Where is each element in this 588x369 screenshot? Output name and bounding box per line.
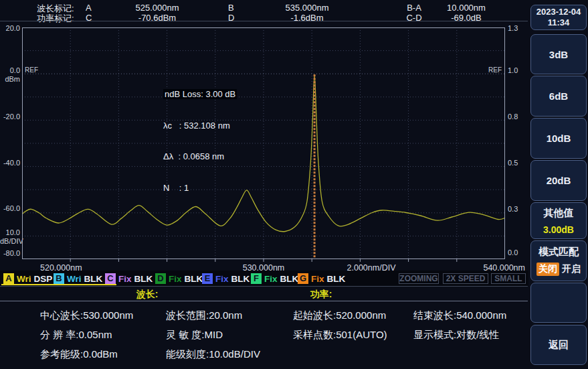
trace-button-G[interactable]: GFixBLK xyxy=(298,273,345,285)
trace-button-F[interactable]: FFixBLK xyxy=(251,273,298,285)
datetime-button[interactable]: 2023-12-04 11:34 xyxy=(530,5,587,30)
parameter-value: 中心波长:530.000nm xyxy=(40,309,133,329)
yaxis2-tick-4: 0.5 xyxy=(508,159,518,167)
footer-column-3: 起始波长:520.000nm采样点数:501(AUTO) xyxy=(293,309,387,348)
osa-screen: 波长标记: A 525.000nm B 535.000nm B-A 10.000… xyxy=(0,0,588,369)
yaxis-tick-m40: -40.0 xyxy=(0,159,20,167)
20db-button[interactable]: 20dB xyxy=(530,160,587,201)
mode-match-button[interactable]: 模式匹配 关闭 开启 xyxy=(530,240,587,281)
footer-column-2: 波长范围:20.0nm灵 敏 度:MID能级刻度:10.0dB/DIV xyxy=(166,309,260,368)
yaxis-tick-m80: -80.0 xyxy=(0,249,20,257)
parameter-value: 分 辨 率:0.05nm xyxy=(40,329,133,348)
yaxis-tick-m20: -20.0 xyxy=(0,113,20,121)
power-section-title: 功率: xyxy=(294,289,348,301)
trace-button-D[interactable]: DFixBLK xyxy=(155,273,203,285)
footer-column-4: 结束波长:540.000nm显示模式:对数/线性 xyxy=(413,309,506,348)
status-zooming: ZOOMING xyxy=(399,273,439,284)
trace-mode-label: Fix xyxy=(118,274,132,284)
peak-annotation: ndB Loss: 3.00 dB λc : 532.108 nm Δλ : 0… xyxy=(163,68,237,214)
trace-letter-badge: D xyxy=(155,273,166,284)
topbar-divider xyxy=(0,21,528,21)
trace-row-divider xyxy=(0,286,528,287)
status-2x-speed: 2X SPEED xyxy=(443,273,488,284)
trace-target-label: BLK xyxy=(185,274,203,284)
active-trace-underline xyxy=(1,284,116,285)
trace-button-B[interactable]: BWriBLK xyxy=(54,273,102,285)
spectrum-plot-area: REF REF ndB Loss: 3.00 dB λc : 532.108 n… xyxy=(22,27,505,263)
mode-match-on-option[interactable]: 开启 xyxy=(562,263,581,275)
mode-match-label: 模式匹配 xyxy=(538,246,579,259)
trace-letter-badge: B xyxy=(54,273,64,284)
trace-mode-label: Wri xyxy=(17,274,31,284)
parameter-value: 波长范围:20.0nm xyxy=(166,309,260,329)
marker-a-value: 525.000nm xyxy=(124,3,191,13)
trace-letter-badge: E xyxy=(202,273,213,284)
ref-label-left: REF xyxy=(25,66,38,74)
trace-target-label: BLK xyxy=(231,274,250,284)
spectrum-plot xyxy=(22,27,505,266)
parameter-value: 灵 敏 度:MID xyxy=(166,329,260,348)
yaxis2-tick-3: 0.8 xyxy=(508,113,518,121)
10db-button[interactable]: 10dB xyxy=(530,118,587,159)
spectrum-svg xyxy=(22,27,505,263)
trace-mode-label: Fix xyxy=(264,274,278,284)
marker-a-label: A xyxy=(86,3,92,13)
parameter-value: 显示模式:对数/线性 xyxy=(413,329,506,348)
marker-b-value: 535.000nm xyxy=(274,3,340,13)
yaxis-tick-20: 20.0 xyxy=(0,24,20,32)
trace-button-C[interactable]: CFixBLK xyxy=(105,273,153,285)
parameter-value: 能级刻度:10.0dB/DIV xyxy=(166,348,260,368)
footer-divider xyxy=(0,301,528,301)
trace-button-A[interactable]: AWriDSP xyxy=(3,273,52,285)
n-value: N : 1 xyxy=(163,183,237,194)
parameter-value: 结束波长:540.000nm xyxy=(413,309,506,329)
marker-ba-value: 10.000nm xyxy=(433,3,500,13)
yaxis-tick-0: 0.0 xyxy=(0,66,20,74)
marker-ba-label: B-A xyxy=(394,3,434,13)
power-marker-label: 功率标记: xyxy=(37,13,74,25)
trace-letter-badge: A xyxy=(3,273,14,284)
6db-button[interactable]: 6dB xyxy=(530,76,587,117)
yaxis2-tick-6: 0.0 xyxy=(508,248,518,256)
trace-mode-label: Fix xyxy=(215,274,229,284)
yaxis-scale-unit: dB/DIV xyxy=(0,237,20,245)
date-text: 2023-12-04 xyxy=(536,7,581,17)
ndb-loss-value: ndB Loss: 3.00 dB xyxy=(163,89,237,99)
trace-letter-badge: G xyxy=(298,273,308,284)
yaxis-unit: dBm xyxy=(0,75,20,83)
other-value-label: 其他值 xyxy=(544,207,574,220)
trace-mode-label: Fix xyxy=(169,274,182,284)
trace-target-label: BLK xyxy=(327,274,346,284)
other-value-button[interactable]: 其他值 3.00dB xyxy=(530,202,587,239)
yaxis-tick-m60: -60.0 xyxy=(0,204,20,212)
delta-lambda-value: Δλ : 0.0658 nm xyxy=(163,151,237,162)
mode-match-off-option[interactable]: 关闭 xyxy=(536,263,559,276)
trace-target-label: BLK xyxy=(134,274,153,284)
trace-letter-badge: C xyxy=(105,273,116,284)
trace-letter-badge: F xyxy=(251,273,262,284)
trace-target-label: BLK xyxy=(84,274,103,284)
ref-label-right: REF xyxy=(488,66,502,74)
trace-target-label: BLK xyxy=(280,274,299,284)
yaxis2-tick-1: 1.3 xyxy=(508,24,518,32)
lambda-c-value: λc : 532.108 nm xyxy=(163,121,237,131)
yaxis2-tick-5: 0.3 xyxy=(508,205,518,213)
footer-column-1: 中心波长:530.000nm分 辨 率:0.05nm参考能级:0.0dBm xyxy=(40,309,133,368)
yaxis2-tick-2: 1.0 xyxy=(508,66,518,74)
yaxis-scale: 10.0 xyxy=(0,228,20,236)
status-small: SMALL xyxy=(491,273,526,284)
trace-button-E[interactable]: EFixBLK xyxy=(202,273,250,285)
marker-b-label: B xyxy=(228,3,234,13)
parameter-value: 起始波长:520.000nm xyxy=(293,309,387,329)
trace-mode-label: Fix xyxy=(311,274,324,284)
parameter-value: 参考能级:0.0dBm xyxy=(40,348,133,368)
parameter-value: 采样点数:501(AUTO) xyxy=(293,329,387,348)
3db-button[interactable]: 3dB xyxy=(530,34,587,74)
trace-mode-label: Wri xyxy=(67,274,82,284)
empty-softkey[interactable] xyxy=(530,283,587,323)
other-value-amount: 3.00dB xyxy=(543,224,574,235)
time-text: 11:34 xyxy=(548,17,570,28)
wavelength-section-title: 波长: xyxy=(120,289,174,301)
trace-target-label: DSP xyxy=(34,274,53,284)
back-button[interactable]: 返回 xyxy=(530,325,587,365)
